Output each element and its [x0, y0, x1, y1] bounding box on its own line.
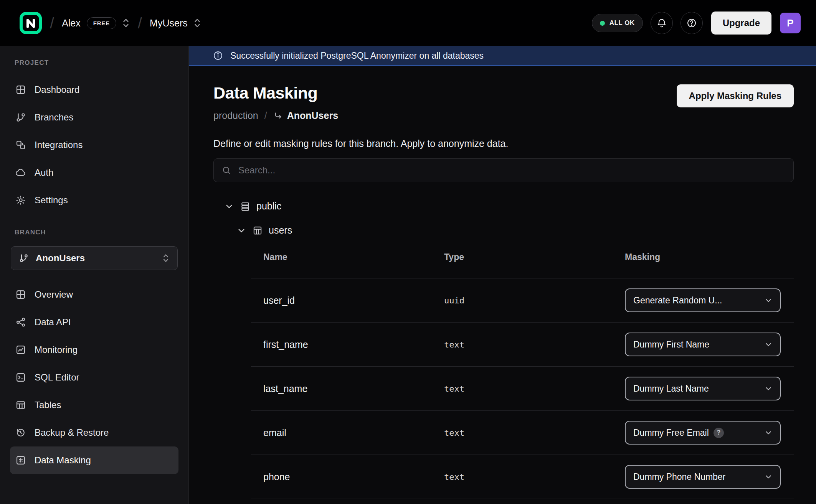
page-title: Data Masking: [213, 84, 338, 102]
mask-box-icon: [15, 455, 26, 466]
column-name: user_id: [251, 295, 438, 306]
sidebar-item-label: Tables: [35, 400, 61, 410]
neon-logo-icon[interactable]: [19, 12, 42, 35]
apply-masking-rules-button[interactable]: Apply Masking Rules: [677, 84, 794, 107]
history-clock-icon: [15, 427, 26, 438]
column-name: first_name: [251, 339, 438, 350]
column-name: phone: [251, 471, 438, 483]
org-name[interactable]: Alex: [62, 18, 81, 29]
breadcrumb-current-label: AnonUsers: [287, 110, 338, 121]
table-row: phone text Dummy Phone Number: [251, 455, 794, 499]
org-selector-chevrons-icon[interactable]: [122, 17, 130, 29]
masking-select-value: Dummy Free Email: [633, 428, 709, 438]
table-icon: [15, 400, 26, 410]
overview-grid-icon: [15, 289, 26, 300]
sidebar-item-label: Branches: [35, 112, 73, 123]
breadcrumb-parent[interactable]: production: [213, 110, 258, 121]
avatar[interactable]: P: [780, 13, 801, 33]
help-button[interactable]: [681, 12, 703, 34]
sidebar-item-label: Backup & Restore: [35, 427, 109, 438]
page-description: Define or edit masking rules for this br…: [213, 138, 794, 149]
sidebar-item-label: Data Masking: [35, 455, 91, 466]
sidebar-item-sql-editor[interactable]: SQL Editor: [10, 364, 178, 391]
masking-table: Name Type Masking user_id uuid Generate …: [251, 236, 794, 499]
notifications-button[interactable]: [651, 12, 673, 34]
masking-select-value: Dummy Phone Number: [633, 472, 725, 482]
masking-select[interactable]: Dummy Phone Number: [625, 465, 781, 489]
schema-name: public: [256, 201, 281, 212]
dashboard-icon: [15, 84, 26, 95]
chevron-down-icon[interactable]: [224, 201, 234, 211]
sidebar-item-integrations[interactable]: Integrations: [10, 131, 178, 159]
masking-select-value: Generate Random U...: [633, 295, 722, 306]
column-type: text: [438, 428, 625, 438]
share-nodes-icon: [15, 317, 26, 328]
masking-select-value: Dummy First Name: [633, 339, 709, 350]
chevron-down-icon: [764, 340, 773, 349]
search-icon: [221, 165, 231, 175]
sidebar-item-settings[interactable]: Settings: [10, 186, 178, 214]
terminal-icon: [15, 372, 26, 383]
sidebar-item-overview[interactable]: Overview: [10, 281, 178, 308]
sidebar-item-data-api[interactable]: Data API: [10, 308, 178, 336]
upgrade-button[interactable]: Upgrade: [711, 12, 771, 35]
breadcrumb-separator: /: [50, 15, 54, 32]
sidebar-item-branches[interactable]: Branches: [10, 104, 178, 131]
integrations-icon: [15, 140, 26, 150]
schema-icon: [240, 201, 250, 211]
status-dot-icon: [600, 21, 605, 26]
sidebar-item-dashboard[interactable]: Dashboard: [10, 76, 178, 104]
table-icon: [253, 226, 263, 236]
branch-selector[interactable]: AnonUsers: [11, 246, 178, 270]
column-type: uuid: [438, 296, 625, 305]
masking-select[interactable]: Dummy Last Name: [625, 377, 781, 400]
main-panel: Successfully initialized PostgreSQL Anon…: [189, 46, 816, 504]
table-header-row: Name Type Masking: [251, 236, 794, 278]
help-icon[interactable]: ?: [714, 428, 724, 438]
sidebar-item-backup-restore[interactable]: Backup & Restore: [10, 419, 178, 446]
breadcrumb-separator: /: [138, 15, 142, 32]
schema-tree-item[interactable]: public: [224, 201, 794, 212]
column-type: text: [438, 340, 625, 349]
table-row: user_id uuid Generate Random U...: [251, 278, 794, 323]
search-input[interactable]: [238, 165, 786, 176]
chevron-down-icon[interactable]: [236, 226, 246, 236]
breadcrumb-current: AnonUsers: [273, 110, 338, 121]
project-selector-chevrons-icon[interactable]: [193, 17, 202, 29]
masking-select[interactable]: Dummy Free Email ?: [625, 421, 781, 445]
chevron-down-icon: [764, 296, 773, 305]
table-tree-item[interactable]: users: [236, 225, 794, 236]
sidebar-item-tables[interactable]: Tables: [10, 391, 178, 419]
app-window: / Alex FREE / MyUsers ALL OK: [0, 0, 816, 504]
table-name: users: [269, 225, 292, 236]
sidebar: PROJECT Dashboard Branches: [0, 46, 189, 504]
sidebar-item-label: Data API: [35, 317, 71, 328]
breadcrumb: production / AnonUsers: [213, 110, 338, 121]
table-row: email text Dummy Free Email ?: [251, 411, 794, 455]
success-banner: Successfully initialized PostgreSQL Anon…: [189, 46, 816, 66]
sidebar-item-label: Dashboard: [35, 84, 79, 95]
sidebar-item-label: Integrations: [35, 140, 83, 150]
top-bar: / Alex FREE / MyUsers ALL OK: [0, 0, 816, 46]
search-bar: [213, 158, 794, 182]
question-circle-icon: [686, 18, 697, 28]
project-name[interactable]: MyUsers: [150, 18, 188, 29]
sidebar-item-label: Overview: [35, 289, 73, 300]
status-label: ALL OK: [610, 19, 635, 27]
masking-select[interactable]: Generate Random U...: [625, 288, 781, 312]
chevron-down-icon: [764, 472, 773, 481]
git-branch-icon: [15, 112, 26, 123]
sidebar-item-monitoring[interactable]: Monitoring: [10, 336, 178, 364]
breadcrumb-separator: /: [264, 110, 267, 121]
masking-select[interactable]: Dummy First Name: [625, 333, 781, 356]
bell-icon: [656, 18, 667, 28]
status-badge[interactable]: ALL OK: [592, 14, 643, 32]
masking-select-value: Dummy Last Name: [633, 384, 709, 394]
sidebar-item-data-masking[interactable]: Data Masking: [10, 446, 178, 474]
sidebar-item-auth[interactable]: Auth: [10, 159, 178, 186]
column-header-name: Name: [251, 252, 438, 262]
sidebar-item-label: Settings: [35, 195, 68, 206]
column-header-type: Type: [438, 252, 625, 262]
cloud-icon: [15, 167, 26, 178]
column-name: last_name: [251, 383, 438, 394]
